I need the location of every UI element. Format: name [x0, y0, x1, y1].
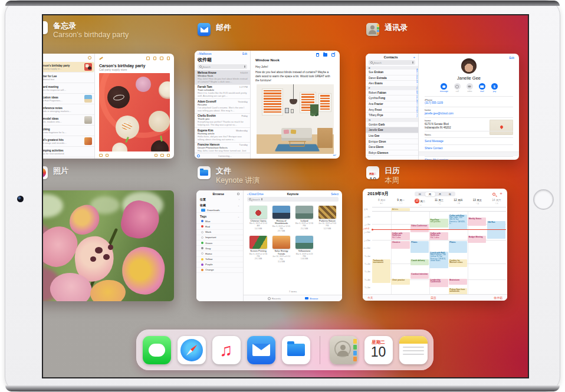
calendar-event[interactable]: Brainstorm	[449, 279, 467, 285]
calendar-event[interactable]: Weekly Status	[468, 218, 486, 226]
contact-list-item[interactable]: Daren Estrada	[366, 75, 418, 81]
notes-list-item[interactable]: Board meetingNotes the inspector will…	[42, 83, 94, 94]
file-item[interactable]: Screen PrintingMar 6, 2019 at 12:36 PM29…	[248, 236, 268, 262]
calendar-day-header[interactable]: 14周六十六	[487, 198, 506, 207]
compose-icon[interactable]	[167, 57, 170, 60]
calendar-event[interactable]: Lunch with RaffiRabat Solutions, 398 Jac…	[429, 252, 448, 268]
files-tag-item[interactable]: Work	[196, 230, 243, 235]
calendar-inbox-button[interactable]: 收件箱	[494, 296, 502, 299]
calendar-add-icon[interactable]: +	[500, 192, 502, 196]
contact-list-item[interactable]: Dana Glenn	[366, 144, 418, 150]
notes-list-item[interactable]: Vacation ideasVisit Hult Properties…	[42, 94, 94, 104]
contact-list-item[interactable]: Robert Fabian	[366, 90, 418, 96]
app-card-calendar[interactable]: 2019年9月 日周月年 + 8周日初十9周一十一10周二十二11周三十三12周…	[363, 189, 507, 301]
files-tag-item[interactable]: Orange	[196, 268, 243, 273]
files-select-button[interactable]: Select	[308, 193, 339, 196]
calendar-calendars-button[interactable]: 日历	[431, 296, 436, 299]
files-search-field[interactable]: Search	[247, 197, 339, 202]
calendar-day-header[interactable]: 9周一十一	[391, 198, 410, 207]
checklist-icon[interactable]	[155, 154, 158, 157]
add-contact-button[interactable]: +	[413, 55, 415, 59]
contact-list-item[interactable]: Tiffany Frye	[366, 113, 418, 118]
home-button[interactable]	[533, 189, 554, 210]
mail-list-item[interactable]: Eugene KimWednesdayRunning articleHello …	[195, 128, 250, 143]
dock-icon-messages[interactable]	[143, 336, 171, 364]
mailboxes-back-button[interactable]: ‹ Mailboxes	[198, 52, 212, 55]
contact-list-item[interactable]: Enrique Giron	[366, 139, 418, 145]
files-tag-item[interactable]: Gray	[196, 246, 243, 251]
contact-link[interactable]: Send Message	[425, 137, 513, 144]
file-item[interactable]: YellowstoneMar 6, 2019 at 4:23 PM1.66 MB	[294, 236, 314, 262]
dock-icon-safari[interactable]	[178, 336, 206, 364]
calendar-day-header[interactable]: 13周五十五	[468, 198, 487, 207]
file-item[interactable]: History of SkateboardsMar 6, 2019 at 12:…	[271, 206, 291, 232]
trash-icon[interactable]	[153, 57, 157, 60]
contact-list-item[interactable]: Janelle Gee	[366, 127, 418, 133]
calendar-event[interactable]: Coffee with GuillermoP&C Coffee	[391, 232, 409, 240]
app-card-files[interactable]: Browse 位置› 收藏⌄ Downloads Tags⌄ BlueRedWo…	[196, 190, 342, 301]
calendar-event[interactable]: FaceTimewith grandma	[429, 219, 448, 228]
files-section-locations[interactable]: 位置›	[196, 196, 243, 202]
notes-list-item[interactable]: Remodel ideasWarm, modern info…	[42, 115, 94, 126]
files-options-icon[interactable]	[237, 193, 240, 196]
files-section-favorites[interactable]: 收藏⌄	[196, 202, 243, 207]
calendar-event[interactable]: Couch delivery	[410, 259, 429, 265]
calendar-event[interactable]: Pilates	[449, 241, 467, 253]
reply-icon[interactable]: ↩	[333, 153, 336, 157]
dock-icon-files[interactable]	[282, 336, 310, 364]
contact-link[interactable]: Share Contact	[425, 144, 513, 151]
files-tag-item[interactable]: Red	[196, 224, 243, 229]
file-item[interactable]: Chinese OperaMar 6, 2019 at 11:01 AM14.3…	[248, 206, 268, 232]
files-tag-item[interactable]: Purple	[196, 262, 243, 268]
dock-icon-notes[interactable]	[399, 336, 428, 364]
calendar-event[interactable]: Budget Meeting	[468, 236, 486, 243]
trash-icon[interactable]	[316, 53, 319, 57]
files-section-tags[interactable]: Tags⌄	[196, 213, 243, 219]
calendar-event[interactable]: Coffee with EmyWeb Coffee, 2187 24th St,…	[449, 215, 467, 230]
contact-link[interactable]: Share My Location	[425, 156, 513, 160]
file-item[interactable]: IcelandMar 6, 2019 at 12:36 PM25.2 MB	[294, 206, 314, 232]
contact-list-item[interactable]: Sue Erokan	[366, 70, 418, 75]
contact-list-item[interactable]: Ana Frazier	[366, 101, 418, 107]
files-tag-item[interactable]: Blue	[196, 219, 243, 224]
calendar-day-header[interactable]: 10周二十二	[410, 198, 429, 207]
files-tab-recents[interactable]: Recents	[268, 297, 281, 300]
calendar-event[interactable]: Choir practice	[391, 279, 409, 285]
add-people-icon[interactable]	[146, 57, 150, 60]
calendar-event[interactable]: Taekwondo tournament	[372, 259, 390, 283]
app-card-notes[interactable]: Carson's birthday partyCall party supply…	[42, 54, 174, 159]
calendar-event[interactable]: Check-in	[391, 241, 409, 249]
notes-list-item[interactable]: PackingTrip into flagstone for la…	[42, 126, 94, 136]
file-item[interactable]: Solar Energy TrendsJan 14, 2019 at 6:10 …	[271, 236, 291, 262]
calendar-event[interactable]: Conduct interview	[410, 273, 429, 279]
calendar-search-icon[interactable]	[492, 193, 495, 196]
files-tab-browse[interactable]: Browse	[305, 297, 318, 300]
app-card-photos[interactable]	[42, 190, 174, 301]
mail-list-item[interactable]: Farrah Tam1:27 PMTrain scheduleHere it i…	[195, 85, 250, 100]
contact-list-item[interactable]: Alex Evans	[366, 81, 418, 87]
files-tag-item[interactable]: Green	[196, 241, 243, 246]
notes-list-item[interactable]: Letter for LeeAdditional text	[42, 73, 94, 83]
move-to-folder-icon[interactable]	[323, 53, 327, 57]
markup-pen-icon[interactable]	[99, 57, 103, 60]
compose-icon[interactable]	[331, 53, 335, 57]
files-tag-item[interactable]: Important	[196, 235, 243, 241]
dock-icon-contacts[interactable]	[330, 336, 358, 364]
contact-list-item[interactable]: Amy Frost	[366, 107, 418, 113]
camera-icon[interactable]	[160, 154, 164, 157]
calendar-event[interactable]: Coffee with GuillermoP&C Coffee	[429, 232, 448, 240]
dock-icon-calendar[interactable]: 星期二10	[364, 336, 393, 364]
share-icon[interactable]	[160, 57, 163, 60]
app-card-mail[interactable]: ‹ Mailboxes Edit 收件箱 Search Melissa Hous…	[195, 51, 340, 159]
alphabet-index[interactable]: ABCDEFGHIJKLMNOPQRSTUVWXYZ	[416, 69, 418, 117]
dock-icon-music[interactable]: ♫	[212, 336, 241, 364]
files-favorite-item[interactable]: Downloads	[196, 207, 243, 213]
calendar-segment-月[interactable]: 月	[435, 192, 445, 196]
contact-action-mail[interactable]: mail	[479, 83, 485, 93]
calendar-view-segmented-control[interactable]: 日周月年	[415, 192, 456, 197]
mail-list-item[interactable]: Adam GosnoffYesterdayResumeI've attached…	[195, 99, 250, 114]
files-tag-item[interactable]: Home	[196, 251, 243, 256]
calendar-segment-日[interactable]: 日	[415, 192, 425, 196]
calendar-event[interactable]: 10k Run	[487, 221, 505, 239]
file-item[interactable]: Patterns NatureJan 10, 2019 at 9:06 PM52…	[317, 206, 337, 232]
